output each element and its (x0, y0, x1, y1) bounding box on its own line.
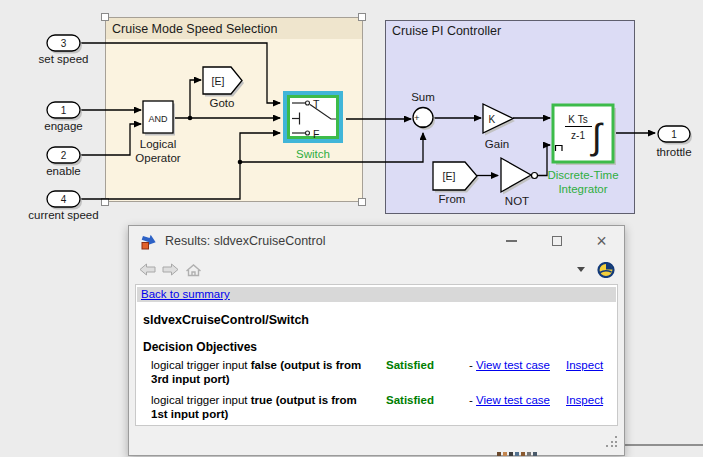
objective-description: logical trigger input false (output is f… (151, 358, 376, 386)
inport-label: set speed (39, 53, 89, 65)
outport-label: throttle (656, 146, 691, 158)
wire-junction-dot (238, 160, 243, 165)
view-test-case-link[interactable]: View test case (476, 359, 550, 371)
dialog-toolbar (129, 256, 624, 283)
objective-text: logical trigger input (151, 359, 251, 371)
objective-row: logical trigger input true (output is fr… (151, 393, 617, 421)
inport-current-speed[interactable]: 4 current speed (28, 191, 98, 221)
inport-engage[interactable]: 1 engage (44, 102, 82, 132)
background-window-edge (625, 444, 703, 446)
simulink-canvas: Cruise Mode Speed Selection Cruise PI Co… (0, 0, 703, 457)
block-label: Discrete-Time (547, 169, 618, 181)
wire-junction-dot (188, 116, 193, 121)
outport-throttle[interactable]: 1 throttle (656, 126, 692, 158)
block-label: Integrator (558, 183, 607, 195)
view-test-case-cell: - View test case (469, 358, 566, 386)
block-label: Logical (140, 138, 176, 150)
taskbar-peek-pixels (497, 452, 537, 456)
close-button[interactable]: × (579, 226, 624, 256)
inport-number: 1 (61, 105, 67, 116)
block-label: Gain (485, 138, 509, 150)
back-to-summary-link[interactable]: Back to summary (141, 288, 230, 300)
area2-title: Cruise PI Controller (392, 24, 501, 38)
globe-icon (597, 262, 615, 278)
block-label: Goto (210, 97, 235, 109)
inport-number: 2 (61, 150, 67, 161)
dialog-titlebar[interactable]: Results: sldvexCruiseControl × (129, 226, 624, 256)
block-label: NOT (505, 195, 529, 207)
web-view-button[interactable] (597, 262, 615, 278)
gain-value-text: K (489, 114, 496, 125)
inport-label: current speed (28, 209, 98, 221)
area1-title: Cruise Mode Speed Selection (112, 22, 277, 36)
section-title: Decision Objectives (143, 340, 617, 354)
minimize-icon (506, 240, 517, 242)
block-label: Switch (296, 148, 330, 160)
dti-denominator: z-1 (571, 130, 585, 141)
results-content: Back to summary sldvexCruiseControl/Swit… (135, 284, 618, 426)
results-dialog: Results: sldvexCruiseControl × (128, 225, 625, 456)
inspect-link[interactable]: Inspect (566, 359, 603, 371)
minimize-button[interactable] (489, 226, 534, 256)
block-label: Sum (411, 91, 435, 103)
dash: - (469, 394, 473, 406)
objective-text: logical trigger input (151, 394, 251, 406)
switch-f-label: F (313, 128, 319, 140)
from-tag-text: [E] (443, 170, 456, 182)
status-satisfied: Satisfied (386, 358, 469, 386)
inspect-cell: Inspect (566, 393, 617, 421)
result-heading: sldvexCruiseControl/Switch (143, 313, 617, 327)
outport-number: 1 (671, 129, 677, 140)
objective-description: logical trigger input true (output is fr… (151, 393, 376, 421)
inport-set-speed[interactable]: 3 set speed (39, 35, 89, 65)
inport-label: engage (44, 120, 82, 132)
handle-top-right[interactable] (359, 14, 366, 21)
dialog-title: Results: sldvexCruiseControl (165, 234, 325, 248)
forward-button[interactable] (162, 263, 179, 276)
maximize-button[interactable] (534, 226, 579, 256)
back-button[interactable] (139, 263, 156, 276)
inspect-link[interactable]: Inspect (566, 394, 603, 406)
and-gate-text: AND (148, 114, 168, 124)
home-icon (185, 263, 202, 277)
dti-numerator: K Ts (568, 114, 587, 125)
sldv-results-icon (140, 233, 157, 250)
resize-grip[interactable] (606, 436, 617, 447)
back-arrow-icon (139, 263, 156, 276)
inport-enable[interactable]: 2 enable (46, 147, 82, 177)
inspect-cell: Inspect (566, 358, 617, 386)
close-icon: × (596, 232, 607, 250)
dropdown-caret-icon[interactable] (577, 267, 585, 272)
home-button[interactable] (185, 263, 202, 277)
maximize-icon (552, 236, 562, 246)
inport-number: 3 (61, 38, 67, 49)
objective-row: logical trigger input false (output is f… (151, 358, 617, 386)
sum-plus-sign: + (414, 112, 420, 123)
block-label: From (439, 193, 466, 205)
dash: - (469, 359, 473, 371)
view-test-case-link[interactable]: View test case (476, 394, 550, 406)
block-label: Operator (135, 152, 181, 164)
inport-label: enable (46, 165, 81, 177)
back-to-summary-bar: Back to summary (137, 287, 616, 302)
status-satisfied: Satisfied (386, 393, 469, 421)
goto-tag-text: [E] (212, 75, 225, 87)
handle-top-left[interactable] (102, 14, 109, 21)
forward-arrow-icon (162, 263, 179, 276)
inport-number: 4 (61, 194, 67, 205)
view-test-case-cell: - View test case (469, 393, 566, 421)
sum-minus-sign: − (421, 121, 427, 132)
switch-t-label: T (313, 98, 320, 110)
handle-bottom-right[interactable] (359, 199, 366, 206)
